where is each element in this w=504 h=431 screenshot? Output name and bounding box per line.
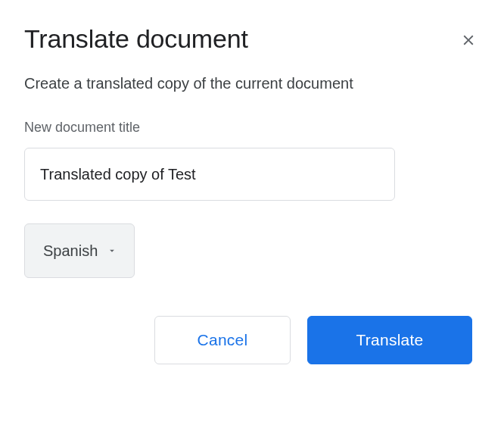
chevron-down-icon [107, 245, 117, 256]
close-icon [460, 32, 477, 51]
title-field-label: New document title [24, 120, 480, 136]
dialog-description: Create a translated copy of the current … [24, 75, 480, 92]
translate-button[interactable]: Translate [307, 316, 472, 364]
language-selected-label: Spanish [43, 242, 98, 260]
dialog-header: Translate document [24, 24, 480, 54]
document-title-input[interactable] [24, 148, 395, 201]
translate-dialog: Translate document Create a translated c… [24, 24, 480, 364]
dialog-actions: Cancel Translate [24, 316, 480, 364]
language-select[interactable]: Spanish [24, 223, 135, 278]
close-button[interactable] [457, 29, 480, 54]
dialog-title: Translate document [24, 24, 248, 54]
cancel-button[interactable]: Cancel [154, 316, 291, 364]
